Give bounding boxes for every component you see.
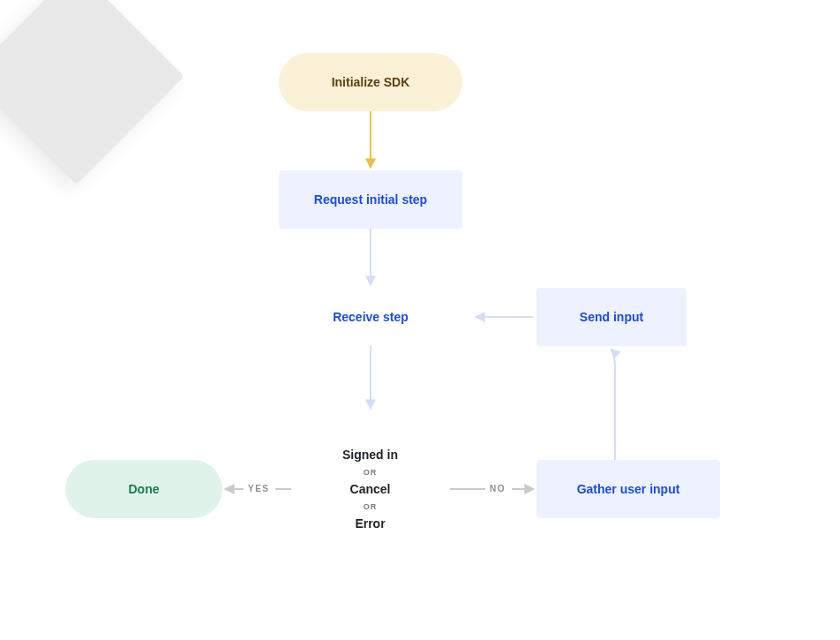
decision-option-signed-in: Signed in [342,443,398,467]
node-decision-content: Signed in OR Cancel OR Error [294,413,446,566]
node-label: Request initial step [314,192,427,207]
node-label: Receive step [333,310,409,324]
node-decision-diamond [0,0,184,184]
node-gather-user-input: Gather user input [536,460,720,518]
flowchart-canvas: Initialize SDK Request initial step Rece… [0,0,840,640]
decision-separator: OR [364,467,378,478]
node-initialize-sdk: Initialize SDK [279,53,462,111]
node-label: Send input [580,310,643,324]
node-label: Done [129,482,160,496]
node-done: Done [65,460,222,518]
node-receive-step: Receive step [279,288,462,346]
node-label: Gather user input [577,482,680,496]
decision-option-error: Error [355,512,385,536]
edge-label-yes: YES [248,484,270,493]
edge-label-no: NO [490,484,506,493]
node-label: Initialize SDK [332,75,410,89]
decision-separator: OR [364,501,378,513]
decision-option-cancel: Cancel [350,478,391,501]
node-send-input: Send input [536,288,686,346]
node-request-initial-step: Request initial step [279,170,462,229]
